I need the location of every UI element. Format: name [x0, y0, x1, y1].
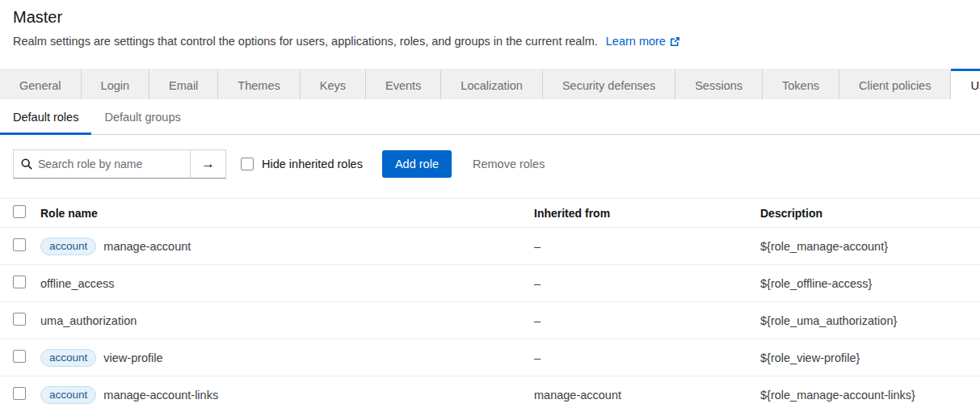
tab-localization[interactable]: Localization — [441, 69, 543, 99]
role-name: offline_access — [40, 277, 115, 290]
tab-themes[interactable]: Themes — [218, 69, 300, 99]
remove-roles-button[interactable]: Remove roles — [473, 158, 545, 170]
row-select-checkbox[interactable] — [13, 238, 26, 251]
role-name-cell: uma_authorization — [40, 314, 534, 327]
page-title: Master — [13, 8, 967, 27]
search-box — [13, 149, 191, 179]
row-select-checkbox[interactable] — [13, 387, 26, 400]
hide-inherited-label: Hide inherited roles — [262, 158, 363, 170]
table-body: accountmanage-account–${role_manage-acco… — [0, 228, 980, 408]
tab-keys[interactable]: Keys — [301, 69, 366, 99]
table-row: accountmanage-account-linksmanage-accoun… — [0, 376, 980, 408]
sub-tabs: Default rolesDefault groups — [0, 99, 980, 135]
tab-tokens[interactable]: Tokens — [763, 69, 839, 99]
learn-more-label: Learn more — [606, 35, 666, 48]
row-checkbox-cell — [13, 238, 40, 254]
subtab-default-roles[interactable]: Default roles — [0, 99, 91, 135]
table-header-row: Role name Inherited from Description — [0, 198, 980, 228]
column-header-description: Description — [760, 207, 967, 220]
role-name: manage-account-links — [103, 389, 218, 402]
page-header: Master Realm settings are settings that … — [0, 0, 980, 48]
toolbar: → Hide inherited roles Add role Remove r… — [0, 135, 980, 193]
main-tabs: GeneralLoginEmailThemesKeysEventsLocaliz… — [0, 69, 980, 99]
tab-client-policies[interactable]: Client policies — [839, 69, 951, 99]
role-name-cell: accountmanage-account — [40, 238, 534, 255]
description-cell: ${role_offline-access} — [760, 277, 967, 290]
role-name-cell: accountview-profile — [40, 349, 534, 367]
inherited-from-cell: – — [534, 314, 760, 327]
table-row: accountmanage-account–${role_manage-acco… — [0, 228, 980, 265]
header-checkbox-cell — [13, 205, 40, 221]
inherited-from-cell: – — [534, 277, 760, 290]
tab-user-registration[interactable]: User registration — [951, 69, 980, 99]
description-cell: ${role_view-profile} — [760, 351, 967, 364]
search-icon — [21, 158, 32, 170]
tab-security-defenses[interactable]: Security defenses — [543, 69, 675, 99]
tab-general[interactable]: General — [0, 69, 82, 99]
client-badge: account — [40, 386, 96, 404]
search-submit-button[interactable]: → — [190, 149, 226, 179]
role-name-cell: offline_access — [40, 277, 534, 290]
row-checkbox-cell — [13, 387, 40, 402]
tab-email[interactable]: Email — [149, 69, 218, 99]
row-select-checkbox[interactable] — [13, 313, 26, 326]
learn-more-link[interactable]: Learn more — [606, 35, 680, 48]
table-row: uma_authorization–${role_uma_authorizati… — [0, 302, 980, 339]
hide-inherited-roles-toggle[interactable]: Hide inherited roles — [241, 158, 363, 170]
search-input[interactable] — [38, 158, 183, 170]
row-select-checkbox[interactable] — [13, 350, 26, 363]
role-name: manage-account — [103, 240, 191, 253]
arrow-right-icon: → — [201, 156, 215, 172]
client-badge: account — [40, 238, 96, 255]
table-row: offline_access–${role_offline-access} — [0, 265, 980, 302]
description-cell: ${role_manage-account} — [760, 240, 967, 253]
description-text: Realm settings are settings that control… — [13, 35, 598, 48]
hide-inherited-checkbox[interactable] — [241, 158, 254, 170]
role-name: uma_authorization — [40, 314, 137, 327]
row-select-checkbox[interactable] — [13, 276, 26, 288]
inherited-from-cell: – — [534, 351, 760, 364]
client-badge: account — [40, 349, 96, 367]
search-group: → — [13, 149, 226, 179]
roles-table: Role name Inherited from Description acc… — [0, 198, 980, 408]
column-header-role-name: Role name — [40, 207, 534, 220]
subtab-default-groups[interactable]: Default groups — [91, 99, 193, 135]
page-description: Realm settings are settings that control… — [13, 35, 967, 48]
row-checkbox-cell — [13, 313, 40, 328]
tab-events[interactable]: Events — [366, 69, 441, 99]
external-link-icon — [670, 36, 680, 47]
row-checkbox-cell — [13, 276, 40, 291]
description-cell: ${role_uma_authorization} — [760, 314, 967, 327]
tab-sessions[interactable]: Sessions — [675, 69, 763, 99]
table-row: accountview-profile–${role_view-profile} — [0, 339, 980, 376]
column-header-inherited-from: Inherited from — [534, 207, 760, 220]
select-all-checkbox[interactable] — [13, 205, 26, 218]
add-role-button[interactable]: Add role — [382, 150, 452, 178]
row-checkbox-cell — [13, 350, 40, 365]
inherited-from-cell: manage-account — [534, 389, 760, 402]
inherited-from-cell: – — [534, 240, 760, 253]
description-cell: ${role_manage-account-links} — [760, 389, 967, 402]
role-name: view-profile — [103, 351, 162, 364]
tab-login[interactable]: Login — [82, 69, 149, 99]
role-name-cell: accountmanage-account-links — [40, 386, 534, 404]
